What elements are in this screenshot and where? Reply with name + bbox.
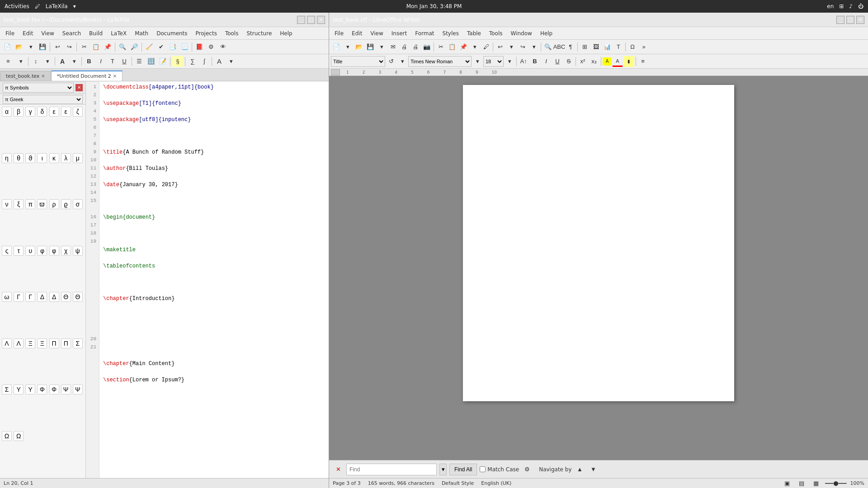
lo-superscript-button[interactable]: x²: [577, 56, 588, 67]
lo-italic-button[interactable]: I: [541, 56, 552, 67]
menu-tools[interactable]: Tools: [222, 29, 242, 38]
lo-textbox-button[interactable]: T: [613, 42, 624, 52]
lo-menu-edit[interactable]: Edit: [348, 29, 366, 38]
tab-testbook[interactable]: test_book.tex ✕: [0, 71, 51, 81]
symbol-mu[interactable]: μ: [73, 153, 83, 163]
lo-char-color-button[interactable]: A: [612, 56, 623, 67]
spell-check-button[interactable]: ✔: [156, 42, 166, 52]
lo-email-button[interactable]: ✉: [387, 42, 398, 52]
lo-image-button[interactable]: 🖼: [590, 42, 601, 52]
symbols-close-button[interactable]: ✕: [75, 84, 83, 91]
menu-latex[interactable]: LaTeX: [107, 29, 130, 38]
symbol-chi[interactable]: χ: [61, 246, 71, 256]
lo-menu-window[interactable]: Window: [507, 29, 536, 38]
symbol-Xi2[interactable]: Ξ: [37, 338, 47, 348]
lo-spellcheck-button[interactable]: ABC: [554, 42, 565, 52]
symbol-eta[interactable]: η: [2, 153, 12, 163]
symbol-varrho[interactable]: ϱ: [61, 199, 71, 209]
new-file-button[interactable]: 📄: [2, 42, 13, 52]
list-button[interactable]: ☰: [134, 56, 145, 67]
symbol-Delta[interactable]: Δ: [37, 292, 47, 302]
lo-minimize-button[interactable]: _: [836, 16, 844, 24]
bigA-drop-button[interactable]: ▾: [226, 56, 236, 67]
menu-math[interactable]: Math: [131, 29, 152, 38]
build-button[interactable]: ⚙: [206, 42, 217, 52]
lo-menu-insert[interactable]: Insert: [388, 29, 410, 38]
lo-para-marks-button[interactable]: ¶: [565, 42, 576, 52]
tab-untitled-close[interactable]: ✕: [113, 74, 117, 79]
redo-button[interactable]: ↪: [64, 42, 75, 52]
symbols-subcategory-select[interactable]: π Greek: [3, 95, 83, 104]
open-dropdown-button[interactable]: ▾: [25, 42, 36, 52]
symbol-theta[interactable]: θ: [14, 153, 24, 163]
paste-button[interactable]: 📌: [102, 42, 113, 52]
lo-paste-button[interactable]: 📌: [458, 42, 469, 52]
lo-font-selector[interactable]: Times New Roman: [408, 56, 472, 67]
lo-subscript-button[interactable]: x₂: [589, 56, 599, 67]
lo-find-options-button[interactable]: ⚙: [522, 464, 533, 475]
symbol-upsilon[interactable]: υ: [25, 246, 35, 256]
symbol-pi[interactable]: π: [25, 199, 35, 209]
lo-special-char-button[interactable]: Ω: [627, 42, 638, 52]
code-content[interactable]: \documentclass[a4paper,11pt]{book} \usep…: [99, 81, 329, 478]
underline-button[interactable]: U: [119, 56, 130, 67]
lo-menu-table[interactable]: Table: [463, 29, 485, 38]
symbol-Gamma[interactable]: Γ: [14, 292, 24, 302]
lo-style-selector[interactable]: Title: [331, 56, 385, 67]
maximize-button[interactable]: □: [307, 16, 315, 24]
lo-menu-tools[interactable]: Tools: [486, 29, 506, 38]
lo-find-all-button[interactable]: Find All: [449, 464, 477, 475]
symbol-psi[interactable]: ψ: [73, 246, 83, 256]
lo-char-highlight-button[interactable]: A: [603, 57, 612, 66]
symbol-epsilon[interactable]: ε: [49, 107, 59, 117]
symbol-phi[interactable]: φ: [37, 246, 47, 256]
font-size-button[interactable]: A: [57, 56, 68, 67]
zoom-in-button[interactable]: 🔍: [117, 42, 128, 52]
menu-projects[interactable]: Projects: [192, 29, 221, 38]
symbol-lambda[interactable]: λ: [61, 153, 71, 163]
lo-find-input[interactable]: [346, 464, 437, 475]
zoom-out-button[interactable]: 🔎: [129, 42, 140, 52]
lo-redo-button[interactable]: ↪: [517, 42, 528, 52]
lo-menu-view[interactable]: View: [367, 29, 387, 38]
lo-layout-button3[interactable]: ▦: [811, 478, 821, 488]
symbol-Omega[interactable]: Ω: [2, 431, 12, 441]
menu-edit[interactable]: Edit: [19, 29, 37, 38]
section-button[interactable]: §: [172, 56, 183, 67]
lo-format-button[interactable]: 🖊: [481, 42, 491, 52]
symbol-gamma[interactable]: γ: [25, 107, 35, 117]
activities-label[interactable]: Activities: [5, 3, 29, 9]
symbols-category-select[interactable]: π Symbols: [3, 83, 74, 93]
lo-save-drop[interactable]: ▾: [376, 42, 387, 52]
lo-menu-file[interactable]: File: [331, 29, 347, 38]
lo-style-drop[interactable]: ▾: [397, 56, 408, 67]
network-icon[interactable]: ⊞: [839, 3, 844, 9]
tab-untitled[interactable]: *Untitled Document 2 ✕: [51, 70, 123, 81]
symbol-varphi[interactable]: φ: [49, 246, 59, 256]
app-menu-arrow[interactable]: ▾: [73, 3, 76, 9]
lo-zoom-slider[interactable]: ━━━⬤━━━: [825, 481, 846, 486]
lo-more-button[interactable]: »: [638, 42, 649, 52]
view-button[interactable]: 👁: [217, 42, 228, 52]
italic-button[interactable]: I: [95, 56, 106, 67]
symbol-Psi2[interactable]: Ψ: [73, 385, 83, 394]
typewriter-button[interactable]: T: [107, 56, 118, 67]
lo-navigate-prev-button[interactable]: ▲: [575, 464, 585, 475]
symbol-Lambda[interactable]: Λ: [2, 338, 12, 348]
lo-navigate-next-button[interactable]: ▼: [588, 464, 599, 475]
font-drop-button[interactable]: ▾: [69, 56, 80, 67]
lo-layout-button1[interactable]: ▣: [782, 478, 793, 488]
symbol-rho[interactable]: ρ: [49, 199, 59, 209]
lo-font-drop[interactable]: ▾: [472, 56, 483, 67]
symbol-Phi2[interactable]: Φ: [49, 385, 59, 394]
lo-find-dropdown-button[interactable]: ▾: [439, 464, 447, 475]
symbol-Upsilon2[interactable]: Υ: [25, 385, 35, 394]
math-display-button[interactable]: ∫: [199, 56, 210, 67]
lo-save-button[interactable]: 💾: [365, 42, 376, 52]
doc-button[interactable]: 📑: [167, 42, 178, 52]
lo-new-drop[interactable]: ▾: [342, 42, 353, 52]
symbol-Gamma2[interactable]: Γ: [25, 292, 35, 302]
symbol-Phi[interactable]: Φ: [37, 385, 47, 394]
indent-button[interactable]: ≡: [2, 56, 14, 67]
symbol-iota[interactable]: ι: [37, 153, 47, 163]
